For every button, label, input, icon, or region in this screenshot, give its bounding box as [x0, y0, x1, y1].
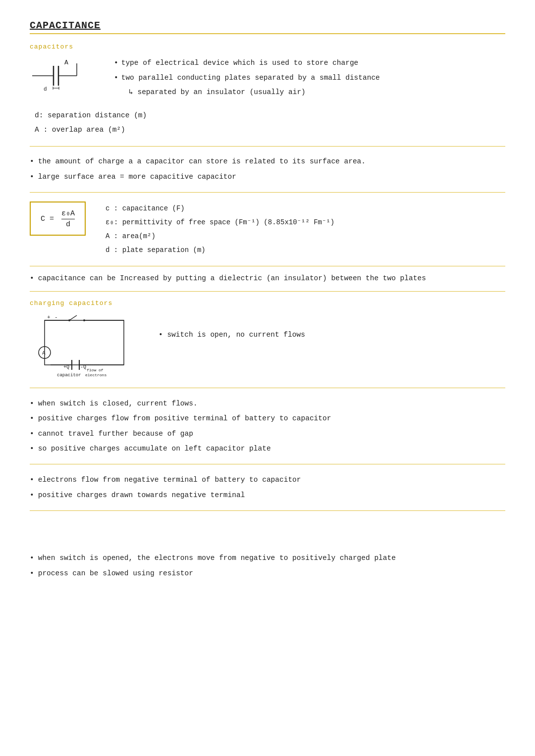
electrons-bullet-2: • positive charges drawn towards negativ… [30, 488, 505, 503]
closed-bullet-3: • cannot travel further because of gap [30, 426, 505, 441]
surface-note-2: • large surface area = more capacitive c… [30, 170, 505, 184]
svg-text:d: d [44, 86, 47, 92]
variables-block: d: separation distance (m) A : overlap a… [35, 108, 505, 137]
divider-6 [30, 464, 505, 464]
formula-lhs: C = [41, 215, 58, 223]
capacitors-section-label: capacitors [30, 43, 505, 50]
formula-note-d: d : plate separation (m) [106, 243, 334, 257]
circuit-diagram: A +Q -Q [30, 313, 139, 380]
intro-notes: • type of electrical device which is use… [114, 56, 380, 100]
var-a: A : overlap area (m²) [35, 123, 505, 137]
formula-fraction: ε₀A d [61, 208, 75, 229]
closed-bullet-2: • positive charges flow from positive te… [30, 411, 505, 426]
formula-note-c: c : capacitance (F) [106, 202, 334, 215]
divider-3 [30, 266, 505, 266]
switch-open-bullet-1: • when switch is opened, the electrons m… [30, 551, 505, 565]
electrons-bullets: • electrons flow from negative terminal … [30, 472, 505, 503]
svg-text:A: A [64, 59, 68, 66]
closed-bullet-4: • so positive charges accumulate on left… [30, 441, 505, 456]
charging-section: charging capacitors A +Q [30, 300, 505, 581]
svg-text:A: A [42, 350, 46, 356]
svg-point-21 [68, 319, 70, 321]
svg-text:-Q: -Q [80, 364, 86, 370]
formula-section: C = ε₀A d c : capacitance (F) ε₀: permit… [30, 202, 505, 257]
var-d: d: separation distance (m) [35, 108, 505, 123]
closed-switch-bullets: • when switch is closed, current flows. … [30, 396, 505, 456]
charging-diagram-row: A +Q -Q [30, 313, 505, 380]
formula-numerator: ε₀A [61, 208, 75, 219]
dielectric-line: • capacitance can be Increased by puttin… [30, 274, 505, 282]
svg-text:capacitor: capacitor [57, 373, 81, 377]
formula-note-e: ε₀: permittivity of free space (Fm⁻¹) (8… [106, 215, 334, 229]
divider-1 [30, 146, 505, 147]
page-title: CAPACITANCE [30, 20, 505, 31]
charging-section-label: charging capacitors [30, 300, 505, 307]
svg-text:flow of: flow of [87, 368, 104, 372]
switch-open-bullets: • when switch is opened, the electrons m… [30, 546, 505, 581]
top-divider [30, 33, 505, 34]
closed-bullet-1: • when switch is closed, current flows. [30, 396, 505, 411]
svg-text:electrons: electrons [85, 373, 107, 377]
intro-sub-bullet: ↳ separated by an insulator (usually air… [129, 86, 380, 100]
formula-notes: c : capacitance (F) ε₀: permittivity of … [106, 202, 334, 257]
formula-box: C = ε₀A d [30, 202, 86, 236]
divider-2 [30, 192, 505, 193]
formula-denominator: d [66, 219, 70, 229]
surface-area-notes: • the amount of charge a a capacitor can… [30, 154, 505, 184]
svg-text:+: + [47, 314, 51, 320]
divider-4 [30, 291, 505, 292]
intro-bullet-1: • type of electrical device which is use… [114, 56, 380, 70]
intro-bullet-2: • two parallel conducting plates separat… [114, 71, 380, 85]
divider-7 [30, 510, 505, 511]
capacitor-intro-row: A d • type of electrical device which is… [30, 56, 505, 100]
charging-note-1: • switch is open, no current flows [159, 328, 305, 342]
svg-rect-10 [45, 320, 124, 365]
svg-text:-: - [54, 314, 58, 320]
switch-open-bullet-2: • process can be slowed using resistor [30, 566, 505, 581]
formula-note-a: A : area(m²) [106, 229, 334, 243]
electrons-bullet-1: • electrons flow from negative terminal … [30, 472, 505, 487]
divider-5 [30, 388, 505, 388]
surface-note-1: • the amount of charge a a capacitor can… [30, 154, 505, 169]
svg-line-20 [69, 315, 77, 320]
svg-text:+Q: +Q [63, 364, 69, 370]
capacitor-symbol-diagram: A d [30, 58, 94, 96]
charging-open-note: • switch is open, no current flows [159, 313, 305, 342]
